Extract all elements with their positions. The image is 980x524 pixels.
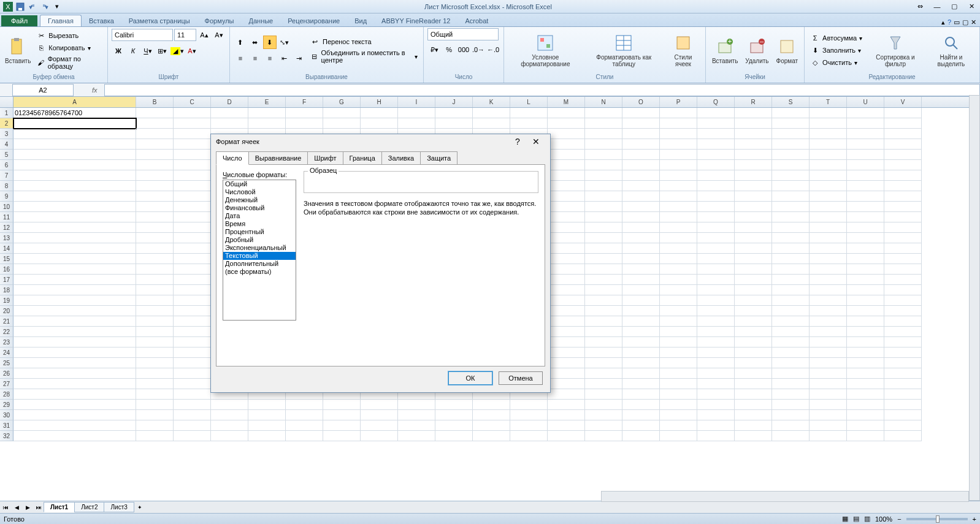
row-header[interactable]: 8 <box>0 181 13 191</box>
row-header[interactable]: 4 <box>0 139 13 150</box>
cell[interactable] <box>884 191 922 202</box>
cell[interactable] <box>772 410 810 420</box>
cell[interactable] <box>810 379 847 389</box>
cell[interactable] <box>735 108 772 118</box>
cell[interactable] <box>884 129 922 139</box>
cell[interactable] <box>622 191 660 202</box>
cell[interactable] <box>810 410 847 420</box>
prev-sheet-icon[interactable]: ◀ <box>11 502 22 513</box>
cell[interactable] <box>847 212 884 222</box>
cell[interactable] <box>136 139 174 150</box>
cell[interactable] <box>697 285 735 295</box>
cell[interactable] <box>660 306 697 316</box>
cell[interactable] <box>884 316 922 327</box>
format-painter-button[interactable]: 🖌Формат по образцу <box>34 55 104 70</box>
window-maximize-icon[interactable]: ▢ <box>962 18 968 26</box>
cell[interactable] <box>735 358 772 368</box>
cell[interactable] <box>810 347 847 358</box>
orientation-icon[interactable]: ⤡▾ <box>278 36 291 49</box>
cell[interactable] <box>735 431 772 441</box>
cell[interactable] <box>248 118 286 129</box>
cell[interactable] <box>622 400 660 410</box>
cell[interactable] <box>660 264 697 275</box>
cell[interactable] <box>697 233 735 243</box>
cell[interactable] <box>660 379 697 389</box>
cell[interactable] <box>585 264 622 275</box>
cell[interactable] <box>585 347 622 358</box>
cell[interactable] <box>136 118 174 129</box>
cell[interactable] <box>174 337 211 347</box>
cell[interactable] <box>622 420 660 431</box>
find-select-button[interactable]: Найти и выделить <box>927 32 976 69</box>
cell[interactable] <box>13 264 136 275</box>
increase-indent-icon[interactable]: ⇥ <box>293 51 306 65</box>
view-page-layout-icon[interactable]: ▤ <box>853 515 859 523</box>
cell[interactable] <box>174 431 211 441</box>
cell[interactable] <box>847 327 884 337</box>
cell[interactable] <box>174 275 211 285</box>
row-header[interactable]: 32 <box>0 431 13 441</box>
cell[interactable] <box>548 275 585 285</box>
cell[interactable] <box>585 316 622 327</box>
row-header[interactable]: 6 <box>0 160 13 170</box>
select-all-corner[interactable] <box>0 97 13 107</box>
cell[interactable] <box>585 379 622 389</box>
cell[interactable] <box>13 400 136 410</box>
cell[interactable] <box>735 170 772 181</box>
row-header[interactable]: 19 <box>0 295 13 306</box>
cell[interactable] <box>211 420 248 431</box>
cell[interactable] <box>810 118 847 129</box>
cell[interactable] <box>174 212 211 222</box>
cell[interactable] <box>473 400 510 410</box>
cell[interactable] <box>847 222 884 233</box>
row-header[interactable]: 9 <box>0 191 13 202</box>
cell[interactable] <box>697 150 735 160</box>
cell[interactable] <box>622 181 660 191</box>
cell[interactable] <box>884 337 922 347</box>
cell[interactable] <box>660 129 697 139</box>
cell[interactable] <box>810 306 847 316</box>
cell[interactable] <box>660 327 697 337</box>
cell[interactable] <box>697 431 735 441</box>
row-header[interactable]: 2 <box>0 118 13 129</box>
cell[interactable] <box>585 420 622 431</box>
cell[interactable] <box>136 264 174 275</box>
cell[interactable] <box>435 420 473 431</box>
cell[interactable] <box>772 275 810 285</box>
cell[interactable] <box>622 150 660 160</box>
cell[interactable] <box>13 379 136 389</box>
cell[interactable] <box>772 358 810 368</box>
row-header[interactable]: 22 <box>0 327 13 337</box>
cell[interactable] <box>697 379 735 389</box>
cell[interactable] <box>622 222 660 233</box>
number-formats-listbox[interactable]: ОбщийЧисловойДенежныйФинансовыйДатаВремя… <box>223 180 296 321</box>
cell[interactable] <box>174 108 211 118</box>
cell[interactable] <box>810 150 847 160</box>
cell[interactable] <box>585 212 622 222</box>
format-list-item[interactable]: Денежный <box>223 196 296 204</box>
cell[interactable] <box>622 347 660 358</box>
cell[interactable] <box>884 160 922 170</box>
cell[interactable] <box>548 243 585 254</box>
cell[interactable] <box>13 295 136 306</box>
col-header-k[interactable]: K <box>473 97 510 107</box>
cell[interactable] <box>13 306 136 316</box>
cell[interactable] <box>13 222 136 233</box>
drag-icon[interactable]: ⇔ <box>914 1 926 12</box>
row-header[interactable]: 18 <box>0 285 13 295</box>
cell[interactable] <box>697 254 735 264</box>
cell[interactable] <box>810 233 847 243</box>
cell[interactable] <box>136 285 174 295</box>
cell[interactable] <box>13 285 136 295</box>
cell[interactable] <box>697 316 735 327</box>
cell[interactable] <box>660 410 697 420</box>
format-list-item[interactable]: (все форматы) <box>223 268 296 276</box>
cell[interactable] <box>884 358 922 368</box>
autosum-button[interactable]: ΣАвтосумма ▾ <box>808 32 864 44</box>
cell[interactable] <box>548 202 585 212</box>
cell[interactable] <box>622 379 660 389</box>
cell[interactable] <box>622 243 660 254</box>
cell[interactable] <box>136 233 174 243</box>
cell[interactable] <box>660 368 697 379</box>
cell[interactable] <box>548 129 585 139</box>
